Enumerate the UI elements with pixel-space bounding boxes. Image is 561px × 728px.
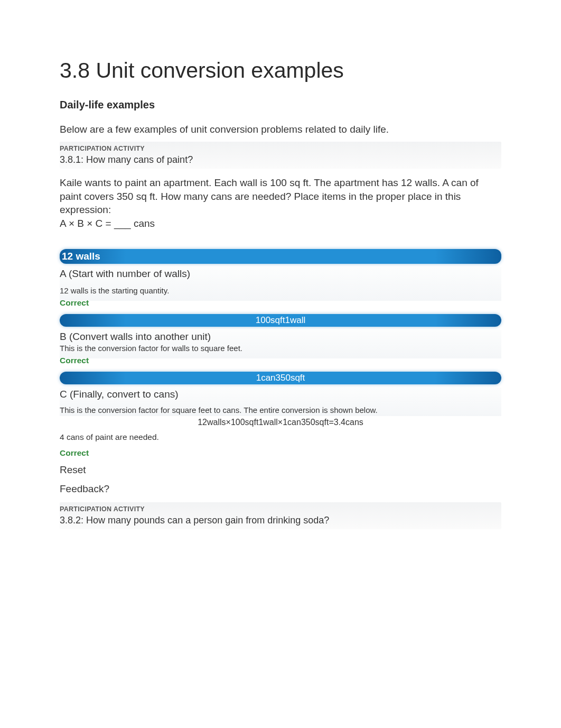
activity-2-title: 3.8.2: How many pounds can a person gain… — [60, 515, 501, 526]
step-c-status: Correct — [60, 448, 501, 458]
step-c-chip[interactable]: 1can350sqft — [60, 372, 501, 384]
activity-1-problem: Kaile wants to paint an apartment. Each … — [60, 176, 501, 231]
step-b-explanation: This is the conversion factor for walls … — [60, 344, 501, 353]
activity-1-header: PARTICIPATION ACTIVITY 3.8.1: How many c… — [60, 142, 501, 169]
step-c-result-note: 4 cans of paint are needed. — [60, 432, 501, 442]
step-b-status: Correct — [60, 356, 501, 365]
step-c-explanation: This is the conversion factor for square… — [60, 406, 501, 414]
step-a-desc: A (Start with number of walls) — [60, 267, 501, 301]
problem-expression: A × B × C = ___ cans — [60, 218, 155, 229]
activity-label: PARTICIPATION ACTIVITY — [60, 144, 501, 153]
section-heading: Daily-life examples — [60, 99, 501, 111]
step-c: 1can350sqft C (Finally, convert to cans)… — [60, 372, 501, 458]
step-c-full-conversion: 12walls×100sqft1wall×1can350sqft=3.4cans — [60, 418, 501, 427]
step-a-explanation: 12 walls is the starting quantity. — [60, 286, 501, 295]
step-a-chip[interactable]: 12 walls — [60, 249, 501, 264]
intro-text: Below are a few examples of unit convers… — [60, 124, 501, 135]
activity-1-title: 3.8.1: How many cans of paint? — [60, 154, 501, 165]
page-title: 3.8 Unit conversion examples — [60, 58, 501, 83]
problem-body: Kaile wants to paint an apartment. Each … — [60, 177, 479, 215]
step-b: 100sqft1wall B (Convert walls into anoth… — [60, 314, 501, 365]
reset-button[interactable]: Reset — [60, 464, 501, 476]
step-a-status: Correct — [60, 298, 501, 308]
activity-2-header: PARTICIPATION ACTIVITY 3.8.2: How many p… — [60, 502, 501, 529]
feedback-link[interactable]: Feedback? — [60, 483, 501, 495]
step-a: 12 walls A (Start with number of walls) … — [60, 249, 501, 308]
step-b-chip[interactable]: 100sqft1wall — [60, 314, 501, 327]
activity-label: PARTICIPATION ACTIVITY — [60, 504, 501, 514]
